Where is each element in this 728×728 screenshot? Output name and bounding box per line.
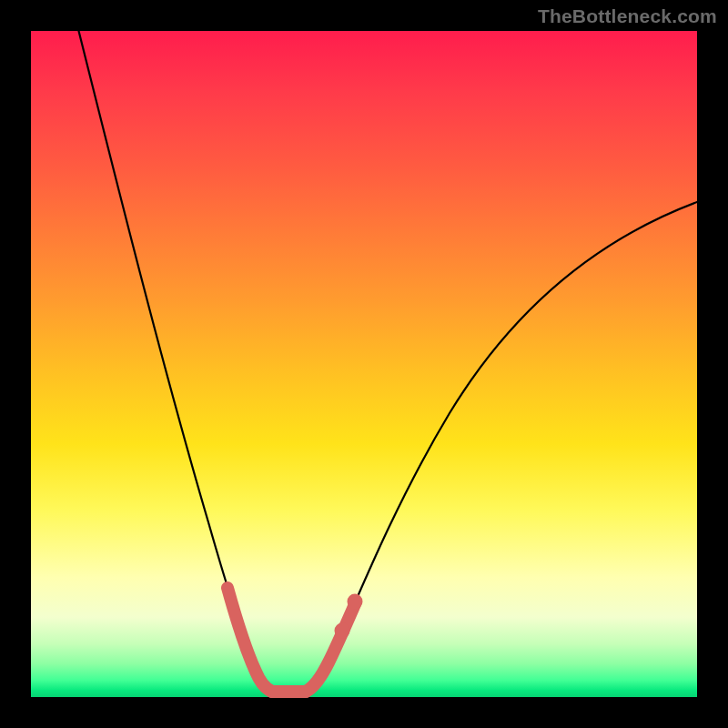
plot-area	[31, 31, 697, 697]
bottleneck-curve	[76, 22, 697, 692]
chart-svg	[31, 31, 697, 697]
highlight-dot-icon	[348, 594, 363, 610]
highlight-left	[228, 588, 272, 692]
highlight-right	[306, 604, 355, 692]
watermark-text: TheBottleneck.com	[538, 5, 717, 27]
chart-stage: TheBottleneck.com	[0, 0, 728, 728]
highlight-dot-icon	[335, 623, 350, 639]
